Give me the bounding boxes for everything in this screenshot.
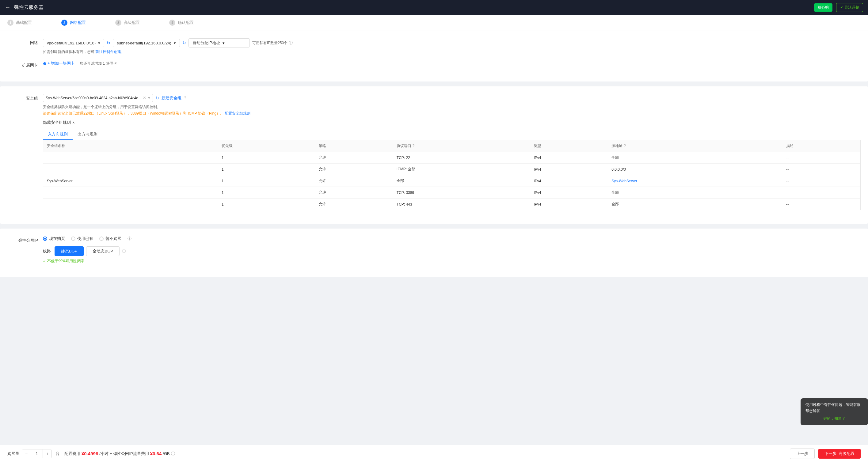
source-cell: 全部 — [608, 199, 782, 210]
source-cell: Sys-WebServer — [608, 175, 782, 187]
step-line-3 — [142, 23, 167, 23]
sg-name-cell — [43, 199, 218, 210]
header-right: 放心购 ✓ 灵活调整 — [814, 3, 863, 12]
policy-cell: 允许 — [315, 199, 393, 210]
desc-cell: -- — [782, 175, 860, 187]
subnet-refresh-icon[interactable]: ↻ — [182, 40, 186, 45]
eip-option-none-label: 暂不购买 — [105, 236, 121, 241]
table-row: Sys-WebServer 1 允许 全部 IPv4 Sys-WebServer… — [43, 175, 860, 187]
eip-radio-group: 现在购买 使用已有 暂不购买 ⓘ — [43, 236, 861, 241]
sg-source-link[interactable]: Sys-WebServer — [612, 179, 637, 183]
step-1-num: 1 — [7, 20, 13, 26]
eip-option-buy-label: 现在购买 — [49, 236, 65, 241]
step-3[interactable]: 3 高级配置 — [115, 20, 140, 26]
sg-question-icon[interactable]: ? — [184, 96, 186, 100]
sg-new-link[interactable]: 新建安全组 — [161, 95, 181, 101]
table-row: 1 允许 ICMP: 全部 IPv4 0.0.0.0/0 -- — [43, 164, 860, 175]
sg-toggle-button[interactable]: 隐藏安全组规则 ∧ — [43, 120, 861, 125]
type-cell: IPv4 — [530, 187, 608, 199]
dynamic-bgp-button[interactable]: 全动态BGP — [86, 246, 119, 256]
subnet-select[interactable]: subnet-default(192.168.0.0/24) ▾ — [113, 39, 180, 47]
back-button[interactable]: ← — [5, 4, 10, 11]
step-2-num: 2 — [61, 20, 67, 26]
ip-value: 自动分配IP地址 — [192, 40, 220, 46]
sg-name-cell: Sys-WebServer — [43, 175, 218, 187]
step-1[interactable]: 1 基础配置 — [7, 20, 32, 26]
add-nic-label: + 增加一块网卡 — [48, 61, 75, 66]
vpc-refresh-icon[interactable]: ↻ — [107, 40, 110, 45]
sg-close-icon[interactable]: ✕ — [143, 96, 146, 100]
network-section: 网络 vpc-default(192.168.0.0/16) ▾ ↻ subne… — [0, 31, 868, 81]
type-cell: IPv4 — [530, 199, 608, 210]
step-4[interactable]: 4 确认配置 — [169, 20, 194, 26]
sg-table: 安全组名称 优先级 策略 协议端口 ? 类型 源地址 — [43, 140, 860, 210]
th-desc: 描述 — [782, 140, 860, 152]
line-row: 线路 静态BGP 全动态BGP ⓘ — [43, 246, 861, 256]
plus-icon: ⊕ — [43, 61, 46, 66]
protocol-question-icon[interactable]: ? — [412, 143, 414, 148]
line-question-icon[interactable]: ⓘ — [122, 249, 126, 254]
th-type: 类型 — [530, 140, 608, 152]
page-title: 弹性云服务器 — [14, 4, 43, 11]
available-ip-question-icon[interactable]: ⓘ — [289, 40, 293, 46]
add-nic-note: 您还可以增加 1 块网卡 — [80, 61, 117, 66]
create-vpc-link[interactable]: 前往控制台创建。 — [95, 50, 125, 54]
security-group-section: 安全组 Sys-WebServer(6bc000a0-bc09-4824-b2a… — [0, 87, 868, 224]
network-select-group: vpc-default(192.168.0.0/16) ▾ ↻ subnet-d… — [43, 38, 861, 47]
network-row: 网络 vpc-default(192.168.0.0/16) ▾ ↻ subne… — [7, 38, 861, 55]
sg-row: 安全组 Sys-WebServer(6bc000a0-bc09-4824-b2a… — [7, 94, 861, 210]
th-source: 源地址 ? — [608, 140, 782, 152]
config-rules-link[interactable]: 配置安全组规则 — [225, 111, 250, 116]
sg-new-label: 新建安全组 — [161, 95, 181, 101]
vpc-arrow-icon: ▾ — [98, 41, 100, 45]
step-1-label: 基础配置 — [16, 20, 32, 26]
eip-option-buy[interactable]: 现在购买 — [43, 236, 65, 241]
sg-name-cell — [43, 187, 218, 199]
eip-option-none[interactable]: 暂不购买 — [99, 236, 121, 241]
th-protocol: 协议端口 ? — [393, 140, 530, 152]
protocol-cell: ICMP: 全部 — [393, 164, 530, 175]
eip-question-icon[interactable]: ⓘ — [127, 236, 131, 241]
heart-button[interactable]: 放心购 — [814, 3, 832, 12]
ip-select[interactable]: 自动分配IP地址 ▾ — [188, 38, 250, 47]
add-nic-button[interactable]: ⊕ + 增加一块网卡 — [43, 61, 75, 66]
eip-label: 弹性公网IP — [7, 236, 38, 243]
tab-inbound[interactable]: 入方向规则 — [43, 129, 73, 140]
flex-button[interactable]: ✓ 灵活调整 — [836, 3, 863, 12]
eip-option-existing[interactable]: 使用已有 — [71, 236, 93, 241]
line-label: 线路 — [43, 249, 51, 254]
vpc-select[interactable]: vpc-default(192.168.0.0/16) ▾ — [43, 39, 104, 47]
policy-cell: 允许 — [315, 187, 393, 199]
network-label: 网络 — [7, 38, 38, 46]
desc-cell: -- — [782, 187, 860, 199]
sg-table-wrapper: 安全组名称 优先级 策略 协议端口 ? 类型 源地址 — [43, 140, 861, 210]
eip-radio-existing — [71, 236, 75, 241]
sg-refresh-icon[interactable]: ↻ — [155, 96, 159, 100]
table-row: 1 允许 TCP: 22 IPv4 全部 -- — [43, 152, 860, 164]
check-icon: ✓ — [840, 5, 843, 9]
type-cell: IPv4 — [530, 152, 608, 164]
th-policy: 策略 — [315, 140, 393, 152]
subnet-value: subnet-default(192.168.0.0/24) — [117, 41, 171, 45]
sg-arrow-icon[interactable]: ▾ — [148, 96, 150, 100]
sla-note: ✓ 不低于99%可用性保障 — [43, 259, 861, 264]
sg-toggle-label: 隐藏安全组规则 — [43, 120, 71, 125]
tab-outbound[interactable]: 出方向规则 — [73, 129, 102, 140]
sg-toggle-icon: ∧ — [72, 121, 75, 125]
source-question-icon[interactable]: ? — [624, 143, 626, 148]
desc-cell: -- — [782, 152, 860, 164]
eip-section: 弹性公网IP 现在购买 使用已有 暂不购买 ⓘ — [0, 229, 868, 277]
static-bgp-button[interactable]: 静态BGP — [55, 246, 84, 256]
step-2[interactable]: 2 网络配置 — [61, 20, 86, 26]
priority-cell: 1 — [218, 199, 315, 210]
sg-select[interactable]: Sys-WebServer(6bc000a0-bc09-4824-b2ab-b0… — [43, 94, 153, 102]
step-4-label: 确认配置 — [178, 20, 194, 26]
th-priority: 优先级 — [218, 140, 315, 152]
sla-text: 不低于99%可用性保障 — [47, 259, 84, 264]
step-line-1 — [34, 23, 59, 23]
nic-label: 扩展网卡 — [7, 61, 38, 68]
eip-radio-none — [99, 236, 103, 241]
sg-info-text: 安全组类似防火墙功能，是一个逻辑上的分组，用于设置网络访问控制。 — [43, 104, 861, 110]
vpc-value: vpc-default(192.168.0.0/16) — [47, 41, 96, 45]
check-icon: ✓ — [43, 259, 46, 263]
